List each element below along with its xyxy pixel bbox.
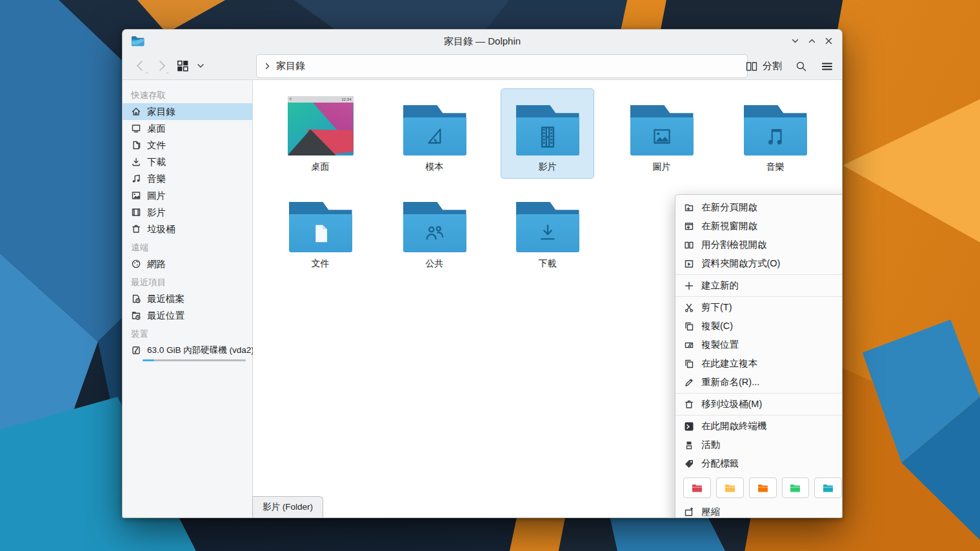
view-mode-dropdown-icon[interactable] — [196, 61, 205, 70]
folder-color-yellow-button[interactable] — [716, 477, 744, 498]
file-item-public[interactable]: 公共 — [388, 186, 481, 276]
recent-folder-icon — [131, 310, 141, 321]
location-bar[interactable]: 家目錄 — [256, 54, 748, 78]
download-icon — [131, 157, 141, 167]
menu-item-rename[interactable]: 重新命名(R)... F2 — [675, 373, 843, 392]
menu-item-create-new[interactable]: 建立新的 — [675, 276, 843, 295]
folder-music-icon — [744, 104, 807, 155]
trash-icon — [684, 399, 694, 410]
menu-separator — [675, 274, 843, 275]
picture-icon — [131, 190, 141, 201]
menu-item-compress[interactable]: 壓縮 — [675, 503, 843, 518]
folder-color-teal-button[interactable] — [814, 477, 842, 498]
file-item-downloads[interactable]: 下載 — [501, 186, 594, 276]
file-label: 桌面 — [312, 161, 330, 173]
titlebar[interactable]: 家目錄 — Dolphin — [123, 30, 842, 52]
section-header: 遠端 — [123, 240, 252, 255]
places-panel: 快速存取 家目錄 桌面 文件 下載 音樂 — [123, 80, 253, 517]
file-label: 圖片 — [653, 161, 671, 173]
sidebar-item-recent-locations[interactable]: 最近位置 — [123, 307, 252, 324]
view-mode-icon[interactable] — [175, 59, 190, 73]
folder-view[interactable]: ?12:34 桌面 模本 — [253, 80, 842, 517]
folder-color-orange-button[interactable] — [749, 477, 777, 498]
file-item-documents[interactable]: 文件 — [274, 186, 367, 276]
file-label: 下載 — [539, 258, 557, 270]
maximize-button[interactable] — [806, 35, 817, 46]
sidebar-item-recent-files[interactable]: 最近檔案 — [123, 290, 252, 307]
forward-button[interactable]: ⌄ — [152, 56, 170, 75]
video-icon — [131, 207, 141, 217]
sidebar-item-hard-drive[interactable]: 63.0 GiB 內部硬碟機 (vda2) — [123, 342, 252, 359]
trash-icon — [131, 224, 141, 234]
menu-item-open-folder-with[interactable]: 資料夾開啟方式(O) — [675, 254, 843, 273]
file-item-templates[interactable]: 模本 — [388, 89, 481, 179]
file-label: 影片 — [539, 161, 557, 173]
menu-item-cut[interactable]: 剪下(T) Ctrl+X — [675, 298, 843, 317]
sidebar-item-music[interactable]: 音樂 — [123, 170, 252, 187]
sidebar-item-desktop[interactable]: 桌面 — [123, 120, 252, 137]
split-view-icon — [684, 240, 694, 250]
sidebar-item-downloads[interactable]: 下載 — [123, 154, 252, 170]
copy-icon — [684, 321, 694, 332]
file-item-desktop[interactable]: ?12:34 桌面 — [274, 89, 367, 179]
recent-file-icon — [131, 294, 141, 304]
duplicate-icon — [684, 359, 694, 369]
menu-item-activities[interactable]: 活動 — [675, 436, 843, 454]
file-item-music[interactable]: 音樂 — [728, 89, 822, 179]
compress-icon — [684, 507, 694, 517]
file-label: 公共 — [426, 258, 444, 270]
window-title: 家目錄 — Dolphin — [123, 30, 842, 52]
folder-color-red-button[interactable] — [683, 477, 711, 498]
folder-public-icon — [403, 201, 466, 252]
document-icon — [131, 140, 141, 150]
file-item-videos-selected[interactable]: 影片 — [501, 88, 594, 179]
hamburger-menu-icon[interactable] — [821, 60, 834, 73]
sidebar-item-videos[interactable]: 影片 — [123, 204, 252, 221]
sidebar-item-pictures[interactable]: 圖片 — [123, 187, 252, 204]
music-icon — [131, 174, 141, 184]
folder-documents-icon — [289, 201, 352, 252]
menu-item-duplicate-here[interactable]: 在此建立複本 Ctrl+D — [675, 354, 843, 373]
tag-icon — [684, 459, 694, 469]
sidebar-item-trash[interactable]: 垃圾桶 — [123, 221, 252, 237]
desktop-preview-icon: ?12:34 — [288, 96, 354, 155]
file-item-pictures[interactable]: 圖片 — [615, 89, 708, 179]
sidebar-item-documents[interactable]: 文件 — [123, 137, 252, 154]
context-menu: 在新分頁開啟 在新視窗開啟 用分割檢視開啟 資料夾開啟方式(O) — [675, 194, 843, 518]
forward-history-caret[interactable]: ⌄ — [165, 69, 170, 75]
sidebar-item-home[interactable]: 家目錄 — [123, 103, 252, 120]
menu-item-move-to-trash[interactable]: 移到垃圾桶(M) 刪除鍵 (Del) — [675, 395, 843, 414]
home-icon — [131, 106, 141, 117]
folder-color-green-button[interactable] — [782, 477, 810, 498]
network-globe-icon — [131, 259, 141, 269]
back-history-caret[interactable]: ⌄ — [145, 69, 149, 75]
minimize-button[interactable] — [790, 35, 801, 46]
plus-icon — [684, 281, 694, 291]
folder-pictures-icon — [630, 104, 694, 155]
menu-separator — [675, 296, 843, 297]
menu-item-copy-location[interactable]: 複製位置 Ctrl+Alt+C — [675, 336, 843, 354]
menu-item-copy[interactable]: 複製(C) Ctrl+C — [675, 317, 843, 336]
open-with-icon — [684, 259, 694, 269]
section-header: 裝置 — [123, 326, 252, 342]
terminal-icon — [684, 421, 694, 432]
menu-item-open-in-split-view[interactable]: 用分割檢視開啟 — [675, 235, 843, 254]
new-window-icon — [684, 221, 694, 232]
back-button[interactable]: ⌄ — [132, 56, 150, 75]
split-view-button[interactable]: 分割 — [745, 60, 782, 73]
dolphin-window: 家目錄 — Dolphin ⌄ ⌄ — [122, 29, 843, 518]
hard-drive-icon — [131, 345, 141, 356]
activities-icon — [684, 440, 694, 450]
search-icon[interactable] — [795, 60, 808, 73]
menu-separator — [675, 393, 843, 394]
menu-item-assign-tags[interactable]: 分配標籤 — [675, 454, 843, 473]
breadcrumb[interactable]: 家目錄 — [276, 60, 305, 72]
menu-item-open-in-new-tab[interactable]: 在新分頁開啟 — [675, 198, 843, 217]
cut-icon — [684, 303, 694, 313]
folder-color-row: 其他 — [675, 473, 843, 503]
sidebar-item-network[interactable]: 網路 — [123, 255, 252, 272]
menu-item-open-terminal-here[interactable]: 在此開啟終端機 Alt+Shift+F4 — [675, 417, 843, 436]
close-button[interactable] — [823, 35, 834, 46]
toolbar: ⌄ ⌄ 家目錄 — [123, 52, 842, 80]
menu-item-open-in-new-window[interactable]: 在新視窗開啟 — [675, 217, 843, 235]
